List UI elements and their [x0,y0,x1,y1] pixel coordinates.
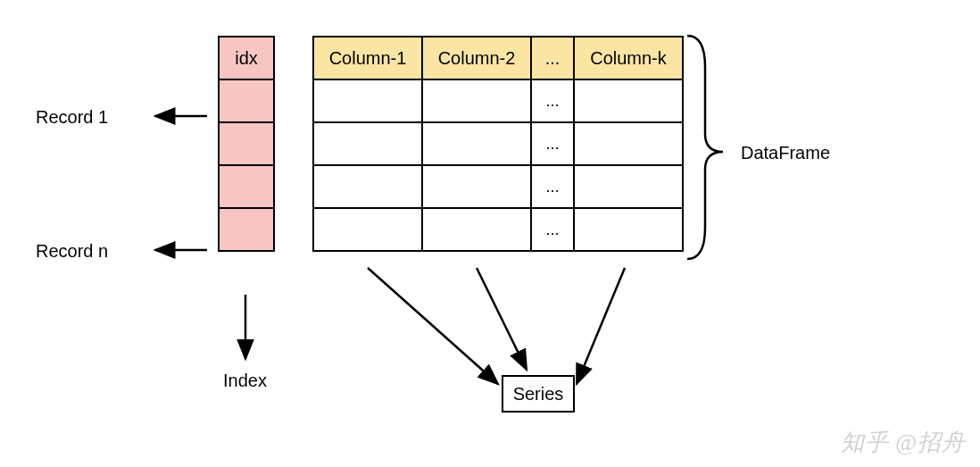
diagram-container: Record 1 Record n idx Column-1 Column-2 … [0,0,980,467]
data-cell [575,166,682,209]
data-cell [423,209,530,250]
data-column: Column-2 [423,38,532,250]
data-column-ellipsis: ... ... ... ... ... [532,38,575,250]
index-cell [220,166,273,209]
column-header: Column-2 [423,38,530,80]
index-cell [220,80,273,123]
column-header: Column-1 [314,38,421,80]
data-cell [575,123,682,166]
data-cell [314,123,421,166]
data-cell [314,166,421,209]
index-cell [220,209,273,250]
data-cell [575,80,682,123]
index-cell [220,123,273,166]
record-1-label: Record 1 [36,107,108,128]
index-column: idx [218,36,275,252]
data-cell [314,80,421,123]
data-column: Column-1 [314,38,423,250]
col1-to-series-arrow [368,268,498,384]
column-header: Column-k [575,38,682,80]
data-cell [423,123,530,166]
data-cell: ... [532,166,573,209]
data-cell [575,209,682,250]
data-cell: ... [532,123,573,166]
watermark: 知乎 @招舟 [841,427,966,458]
record-n-label: Record n [36,241,108,262]
data-cell [423,166,530,209]
data-cell: ... [532,80,573,123]
series-box: Series [502,375,575,413]
data-cell [314,209,421,250]
index-label: Index [223,371,267,391]
index-header: idx [220,38,273,80]
column-header: ... [532,38,573,80]
data-column: Column-k [575,38,682,250]
dataframe-label: DataFrame [741,143,830,163]
colk-to-series-arrow [577,268,625,384]
data-cell: ... [532,209,573,250]
col2-to-series-arrow [477,268,527,370]
data-cell [423,80,530,123]
data-table: Column-1 Column-2 ... ... ... ... ... Co… [312,36,684,252]
dataframe-brace [687,36,723,259]
